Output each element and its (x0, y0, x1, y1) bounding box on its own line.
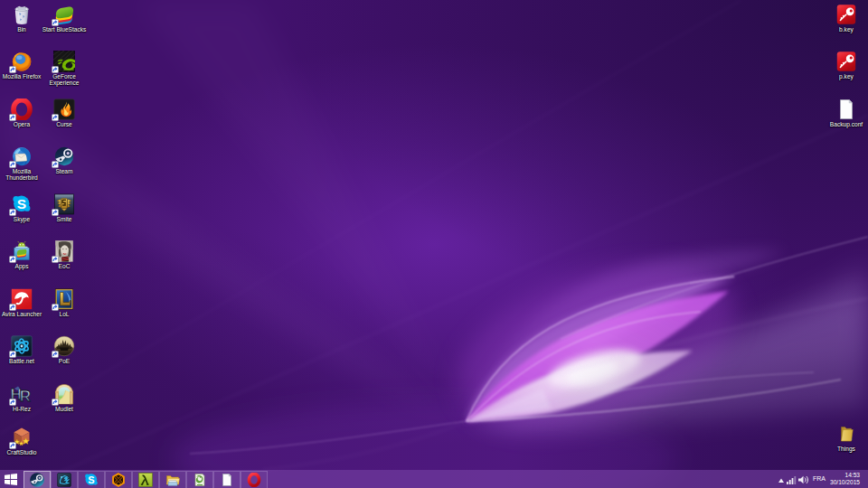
svg-text:S: S (88, 474, 94, 485)
svg-text:R: R (20, 388, 31, 405)
svg-text:S: S (17, 196, 26, 211)
